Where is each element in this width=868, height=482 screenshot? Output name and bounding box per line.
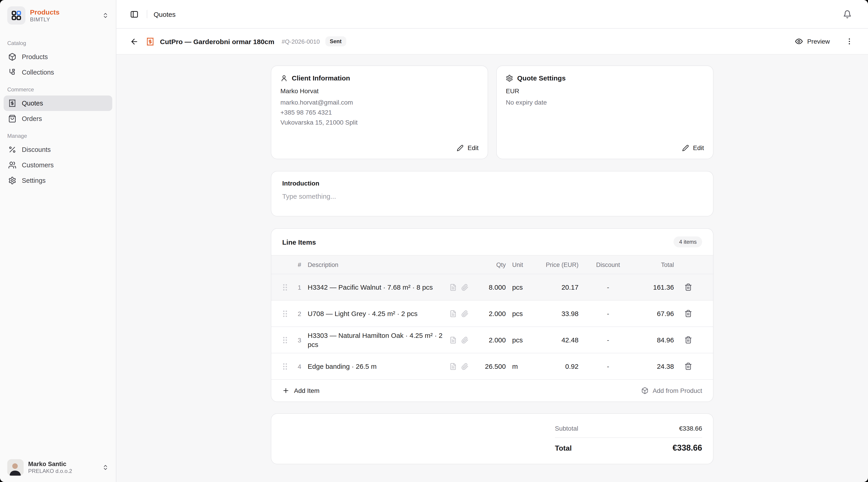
sidebar-item-settings[interactable]: Settings bbox=[4, 173, 112, 188]
avatar bbox=[7, 459, 24, 476]
preview-label: Preview bbox=[807, 38, 830, 45]
row-qty[interactable]: 26.500 bbox=[473, 362, 506, 370]
subtotal-value: €338.66 bbox=[679, 425, 702, 432]
edit-label: Edit bbox=[693, 144, 704, 151]
sidebar-item-label: Customers bbox=[22, 161, 54, 169]
trash-icon[interactable] bbox=[674, 336, 702, 344]
sidebar-item-collections[interactable]: Collections bbox=[4, 65, 112, 80]
paperclip-icon[interactable] bbox=[461, 310, 469, 317]
divider bbox=[147, 10, 147, 18]
note-icon[interactable] bbox=[450, 283, 457, 291]
sidebar-item-orders[interactable]: Orders bbox=[4, 111, 112, 126]
card-title: Quote Settings bbox=[517, 74, 565, 82]
note-icon[interactable] bbox=[450, 336, 457, 343]
topbar: Quotes bbox=[116, 0, 868, 29]
row-unit[interactable]: pcs bbox=[506, 283, 533, 291]
user-org: PRELAKO d.o.o.2 bbox=[28, 468, 96, 475]
row-qty[interactable]: 8.000 bbox=[473, 283, 506, 291]
paperclip-icon[interactable] bbox=[461, 283, 469, 291]
sidebar-toggle-icon[interactable] bbox=[128, 8, 141, 20]
row-number: 4 bbox=[291, 363, 308, 370]
edit-settings-button[interactable]: Edit bbox=[682, 144, 704, 151]
table-row: 1 H3342 — Pacific Walnut · 7.68 m² · 8 p… bbox=[271, 274, 713, 301]
trash-icon[interactable] bbox=[674, 362, 702, 370]
drag-handle-icon[interactable] bbox=[282, 336, 291, 344]
line-items-footer: Add Item Add from Product bbox=[271, 380, 713, 401]
drag-handle-icon[interactable] bbox=[282, 362, 291, 370]
total-value: €338.66 bbox=[673, 443, 702, 453]
quote-title: CutPro — Garderobni ormar 180cm bbox=[160, 37, 274, 45]
page-title: Quotes bbox=[154, 10, 176, 18]
receipt-icon bbox=[8, 99, 17, 107]
user-menu[interactable]: Marko Santic PRELAKO d.o.o.2 bbox=[0, 454, 116, 482]
preview-button[interactable]: Preview bbox=[791, 35, 833, 48]
quote-header: CutPro — Garderobni ormar 180cm #Q-2026-… bbox=[116, 29, 868, 55]
receipt-icon bbox=[146, 37, 155, 46]
client-information-card: Client Information Marko Horvat marko.ho… bbox=[271, 65, 488, 159]
sidebar-item-label: Collections bbox=[22, 69, 54, 76]
pencil-icon bbox=[457, 144, 464, 151]
row-description[interactable]: H3342 — Pacific Walnut · 7.68 m² · 8 pcs bbox=[308, 282, 450, 292]
row-number: 3 bbox=[291, 336, 308, 343]
edit-client-button[interactable]: Edit bbox=[457, 144, 478, 151]
sidebar-item-quotes[interactable]: Quotes bbox=[4, 95, 112, 111]
total-label: Total bbox=[555, 444, 572, 452]
card-title: Client Information bbox=[292, 74, 350, 82]
gear-icon bbox=[506, 74, 513, 82]
content-scroll[interactable]: Client Information Marko Horvat marko.ho… bbox=[116, 55, 868, 482]
row-description[interactable]: Edge banding · 26.5 m bbox=[308, 362, 450, 371]
row-price[interactable]: 42.48 bbox=[533, 336, 579, 344]
col-unit: Unit bbox=[506, 261, 533, 268]
col-description: Description bbox=[308, 261, 450, 268]
row-price[interactable]: 0.92 bbox=[533, 362, 579, 370]
kebab-menu-icon[interactable] bbox=[843, 35, 855, 47]
edit-label: Edit bbox=[468, 144, 478, 151]
percent-icon bbox=[8, 146, 17, 154]
sidebar-item-products[interactable]: Products bbox=[4, 49, 112, 65]
sidebar-item-discounts[interactable]: Discounts bbox=[4, 142, 112, 157]
sidebar-item-customers[interactable]: Customers bbox=[4, 157, 112, 173]
items-count-badge: 4 items bbox=[674, 237, 702, 247]
col-qty: Qty bbox=[473, 261, 506, 268]
introduction-editor[interactable]: Type something... bbox=[282, 192, 702, 200]
trash-icon[interactable] bbox=[674, 283, 702, 291]
paperclip-icon[interactable] bbox=[461, 363, 469, 370]
note-icon[interactable] bbox=[450, 310, 457, 317]
row-discount[interactable]: - bbox=[579, 362, 638, 370]
note-icon[interactable] bbox=[450, 363, 457, 370]
chevrons-up-down-icon[interactable] bbox=[100, 462, 111, 473]
workspace-switcher[interactable]: Products BIMTLY bbox=[0, 0, 116, 30]
trash-icon[interactable] bbox=[674, 310, 702, 318]
row-discount[interactable]: - bbox=[579, 283, 638, 291]
bell-icon[interactable] bbox=[841, 8, 854, 20]
row-description[interactable]: U708 — Light Grey · 4.25 m² · 2 pcs bbox=[308, 309, 450, 318]
app-name: Products bbox=[30, 8, 96, 16]
add-from-product-button[interactable]: Add from Product bbox=[641, 387, 702, 394]
row-qty[interactable]: 2.000 bbox=[473, 310, 506, 318]
add-item-button[interactable]: Add Item bbox=[282, 387, 319, 394]
row-description[interactable]: H3303 — Natural Hamilton Oak · 4.25 m² ·… bbox=[308, 331, 450, 349]
row-qty[interactable]: 2.000 bbox=[473, 336, 506, 344]
introduction-card: Introduction Type something... bbox=[271, 171, 713, 216]
table-row: 4 Edge banding · 26.5 m 26.500 bbox=[271, 353, 713, 380]
nav-section-label: Commerce bbox=[4, 80, 112, 95]
drag-handle-icon[interactable] bbox=[282, 283, 291, 291]
row-price[interactable]: 20.17 bbox=[533, 283, 579, 291]
paperclip-icon[interactable] bbox=[461, 336, 469, 343]
row-price[interactable]: 33.98 bbox=[533, 310, 579, 318]
client-phone: +385 98 765 4321 bbox=[280, 107, 478, 117]
row-discount[interactable]: - bbox=[579, 310, 638, 318]
back-arrow-icon[interactable] bbox=[128, 35, 141, 48]
shopping-bag-icon bbox=[8, 115, 17, 123]
col-discount: Discount bbox=[579, 261, 638, 268]
nav-section-label: Catalog bbox=[4, 34, 112, 49]
quote-number: #Q-2026-0010 bbox=[282, 38, 320, 45]
row-unit[interactable]: m bbox=[506, 362, 533, 370]
gear-icon bbox=[8, 176, 17, 185]
chevrons-up-down-icon[interactable] bbox=[100, 10, 111, 21]
row-unit[interactable]: pcs bbox=[506, 336, 533, 344]
package-icon bbox=[8, 53, 17, 61]
row-unit[interactable]: pcs bbox=[506, 310, 533, 318]
drag-handle-icon[interactable] bbox=[282, 309, 291, 318]
row-discount[interactable]: - bbox=[579, 336, 638, 344]
